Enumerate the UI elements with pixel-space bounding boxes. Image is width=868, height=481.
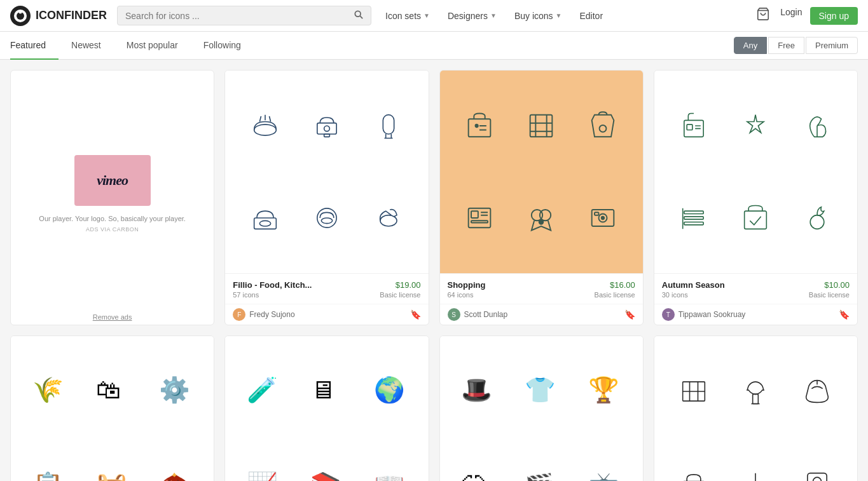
header-right: Login Sign up <box>756 7 858 25</box>
tab-following[interactable]: Following <box>191 32 254 60</box>
nav-editor[interactable]: Editor <box>570 0 612 32</box>
preview-icon: 📖 <box>360 439 421 481</box>
ad-logo: vimeo <box>74 155 151 206</box>
bookmark-icon[interactable]: 🔖 <box>624 309 635 320</box>
preview-icon: 👕 <box>511 344 572 437</box>
logo[interactable]: ICONFINDER <box>10 6 107 26</box>
card-footer: S Scott Dunlap 🔖 <box>440 304 643 325</box>
preview-icon <box>235 81 294 171</box>
main-nav: Icon sets ▼ Designers ▼ Buy icons ▼ Edit… <box>376 0 612 32</box>
svg-text:🛍: 🛍 <box>96 376 121 403</box>
filter-premium[interactable]: Premium <box>806 37 858 54</box>
svg-rect-22 <box>469 119 491 137</box>
svg-rect-40 <box>595 213 599 215</box>
tab-newest[interactable]: Newest <box>59 32 114 60</box>
bookmark-icon[interactable]: 🔖 <box>410 309 421 320</box>
svg-point-23 <box>476 125 478 127</box>
filter-buttons: Any Free Premium <box>734 37 858 54</box>
svg-text:🏆: 🏆 <box>588 375 619 405</box>
preview-icon <box>297 173 356 264</box>
svg-text:🌰: 🌰 <box>159 470 190 481</box>
preview-icon: 🧪 <box>233 344 294 437</box>
list-item[interactable]: Fillio - Food, Kitch... $19.00 57 icons … <box>224 70 429 325</box>
svg-rect-48 <box>684 217 703 219</box>
card-author: S Scott Dunlap <box>448 308 508 321</box>
subnav: Featured Newest Most popular Following A… <box>0 32 868 60</box>
preview-icon <box>788 81 847 171</box>
preview-icon <box>665 439 724 481</box>
card-title: Fillio - Food, Kitch... <box>233 280 312 290</box>
list-item[interactable]: Shopping $16.00 64 icons Basic license S… <box>439 70 644 325</box>
signup-link[interactable]: Sign up <box>810 7 858 25</box>
svg-line-7 <box>259 116 261 122</box>
preview-icon <box>512 173 571 264</box>
svg-text:🕶: 🕶 <box>461 471 486 481</box>
preview-icon <box>788 346 847 437</box>
svg-text:👕: 👕 <box>525 375 556 405</box>
svg-rect-26 <box>530 114 553 137</box>
bookmark-icon[interactable]: 🔖 <box>839 309 850 320</box>
svg-rect-17 <box>254 218 276 229</box>
search-input[interactable] <box>125 11 349 21</box>
svg-rect-13 <box>383 114 394 133</box>
list-item[interactable]: Autumn Season $10.00 30 icons Basic lice… <box>654 70 858 325</box>
preview-icon: 📺 <box>574 439 635 481</box>
list-item[interactable]: 🎩 👕 🏆 🕶 🎬 📺 Fame $15.00 30 icons Basic l… <box>439 335 644 481</box>
tab-featured[interactable]: Featured <box>10 32 59 60</box>
svg-point-6 <box>254 125 276 135</box>
nav-buy-icons[interactable]: Buy icons ▼ <box>506 0 571 32</box>
nav-icon-sets[interactable]: Icon sets ▼ <box>376 0 439 32</box>
preview-icon: 🎩 <box>448 344 509 437</box>
preview-icon: 🕶 <box>448 439 509 481</box>
list-item[interactable]: Cleaning $11.00 22 icons Basic license N… <box>654 335 858 481</box>
list-item[interactable]: 🌾 🛍 ⚙️ 📋 🧺 🌰 Autumn Season $10.00 30 ico… <box>10 335 214 481</box>
card-license: Basic license <box>595 291 635 299</box>
card-preview: 🌾 🛍 ⚙️ 📋 🧺 🌰 <box>11 336 214 481</box>
card-info: Shopping $16.00 64 icons Basic license <box>440 273 643 304</box>
preview-icon: 🎬 <box>511 439 572 481</box>
remove-ads-link[interactable]: Remove ads <box>11 309 214 325</box>
login-link[interactable]: Login <box>780 7 802 25</box>
preview-icon <box>665 81 724 171</box>
filter-any[interactable]: Any <box>734 37 767 54</box>
svg-text:🧪: 🧪 <box>247 375 278 405</box>
cart-icon[interactable] <box>756 7 770 24</box>
author-name: Scott Dunlap <box>464 310 508 319</box>
preview-icon <box>665 346 724 437</box>
preview-icon <box>574 173 633 264</box>
preview-icon: 🌰 <box>146 439 207 481</box>
list-item[interactable]: vimeo Our player. Your logo. So, basical… <box>10 70 214 325</box>
filter-free[interactable]: Free <box>768 37 804 54</box>
svg-text:🌾: 🌾 <box>32 375 64 405</box>
preview-icon <box>235 173 294 264</box>
tab-most-popular[interactable]: Most popular <box>114 32 191 60</box>
card-price: $16.00 <box>610 280 635 290</box>
search-bar <box>117 6 371 25</box>
nav-buy-icons-label: Buy icons <box>514 11 553 21</box>
preview-icon <box>297 81 356 171</box>
card-info: Fillio - Food, Kitch... $19.00 57 icons … <box>225 273 428 304</box>
svg-line-4 <box>360 16 362 18</box>
preview-icon <box>450 81 509 171</box>
ad-content: vimeo Our player. Your logo. So, basical… <box>11 71 214 309</box>
preview-icon: 🛍 <box>82 344 143 437</box>
card-preview <box>654 336 857 481</box>
preview-icon <box>359 173 418 264</box>
main-content: vimeo Our player. Your logo. So, basical… <box>0 60 868 481</box>
search-button[interactable] <box>354 10 363 21</box>
preview-icon: 🌍 <box>360 344 421 437</box>
preview-icon <box>512 81 571 171</box>
list-item[interactable]: 🧪 🖥 🌍 📈 📚 📖 University Courses $10.00 30… <box>224 335 429 481</box>
card-license: Basic license <box>380 291 420 299</box>
preview-icon: 🏆 <box>574 344 635 437</box>
card-preview <box>440 71 643 273</box>
svg-point-18 <box>259 221 270 227</box>
svg-text:📈: 📈 <box>247 470 278 481</box>
author-avatar: S <box>448 308 460 321</box>
nav-designers[interactable]: Designers ▼ <box>439 0 506 32</box>
svg-point-20 <box>321 218 332 224</box>
preview-icon: 📋 <box>18 439 79 481</box>
author-name: Fredy Sujono <box>249 310 294 319</box>
preview-icon: 📈 <box>233 439 294 481</box>
nav-designers-arrow: ▼ <box>490 12 497 19</box>
